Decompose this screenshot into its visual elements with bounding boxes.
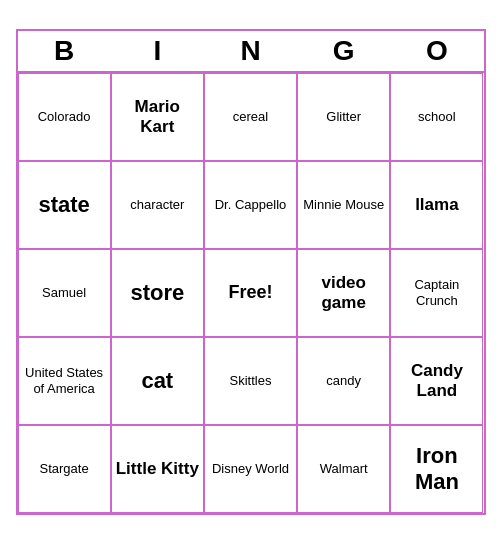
bingo-cell: Minnie Mouse [297, 161, 390, 249]
bingo-cell: cereal [204, 73, 297, 161]
bingo-cell: Walmart [297, 425, 390, 513]
bingo-cell: Glitter [297, 73, 390, 161]
bingo-cell: Dr. Cappello [204, 161, 297, 249]
bingo-cell: Mario Kart [111, 73, 204, 161]
bingo-cell: store [111, 249, 204, 337]
header-letter: N [204, 31, 297, 71]
bingo-cell: Disney World [204, 425, 297, 513]
bingo-cell: Samuel [18, 249, 111, 337]
bingo-cell: llama [390, 161, 483, 249]
bingo-header: BINGO [18, 31, 484, 73]
bingo-cell: Iron Man [390, 425, 483, 513]
bingo-cell: Free! [204, 249, 297, 337]
bingo-cell: Colorado [18, 73, 111, 161]
header-letter: G [297, 31, 390, 71]
bingo-cell: United States of America [18, 337, 111, 425]
bingo-cell: Candy Land [390, 337, 483, 425]
bingo-cell: Little Kitty [111, 425, 204, 513]
header-letter: B [18, 31, 111, 71]
bingo-card: BINGO ColoradoMario KartcerealGlittersch… [16, 29, 486, 515]
bingo-cell: candy [297, 337, 390, 425]
bingo-cell: cat [111, 337, 204, 425]
bingo-cell: character [111, 161, 204, 249]
bingo-cell: video game [297, 249, 390, 337]
bingo-cell: school [390, 73, 483, 161]
bingo-grid: ColoradoMario KartcerealGlitterschoolsta… [18, 73, 484, 513]
bingo-cell: Stargate [18, 425, 111, 513]
header-letter: O [390, 31, 483, 71]
bingo-cell: state [18, 161, 111, 249]
header-letter: I [111, 31, 204, 71]
bingo-cell: Captain Crunch [390, 249, 483, 337]
bingo-cell: Skittles [204, 337, 297, 425]
